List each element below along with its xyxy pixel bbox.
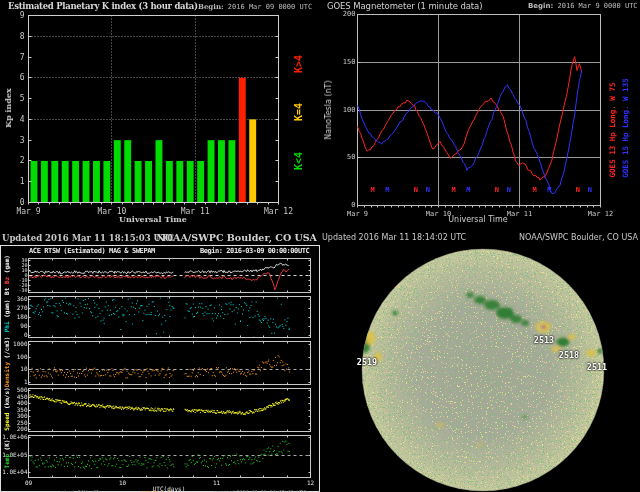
- ace-temp-unit-label: (K): [3, 440, 10, 454]
- ace-bt-label: Bt: [3, 288, 10, 295]
- kp-org-text: NOAA/SWPC Boulder, CO USA: [156, 233, 317, 243]
- sunspot-region-label-2519: 2519: [357, 357, 377, 367]
- ace-rtsw-chart-canvas: [0, 245, 320, 492]
- kp-y-axis-label: Kp index: [4, 88, 12, 128]
- ace-phi-unit-label: (gam): [3, 300, 10, 322]
- goes-magnetometer-chart-canvas: [320, 0, 640, 247]
- goes-updated-text: Updated 2016 Mar 11 18:14:02 UTC: [322, 234, 466, 242]
- space-weather-dashboard: Estimated Planetary K index (3 hour data…: [0, 0, 640, 492]
- ace-chart-title: ACE RTSW (Estimated) MAG & SWEPAM: [29, 248, 155, 255]
- goes13-legend-label: GOES 13 Hp Long. W 75: [609, 83, 617, 178]
- ace-phi-axis-label: Phi (gam): [4, 300, 10, 333]
- ace-speed-label: Speed: [3, 413, 10, 431]
- ace-begin: Begin: 2016-03-09 00:00:00UTC: [200, 248, 309, 255]
- kp-legend-item-high: K>4: [294, 55, 304, 73]
- goes-begin: Begin: 2016 Mar 9 0000 UTC: [528, 3, 638, 10]
- ace-speed-axis-label: Speed (km/s): [4, 387, 10, 430]
- goes-begin-label: Begin:: [528, 2, 553, 10]
- sunspot-region-label-2513: 2513: [534, 335, 554, 345]
- ace-temp-label: Temp: [3, 454, 10, 468]
- kp-index-panel: Estimated Planetary K index (3 hour data…: [0, 0, 320, 247]
- ace-temp-axis-label: Temp (K): [4, 440, 10, 469]
- ace-density-label: Density: [3, 362, 10, 387]
- kp-x-axis-label: Universal Time: [119, 215, 187, 223]
- kp-begin-value: 2016 Mar 09 0000 UTC: [228, 3, 312, 11]
- kp-begin-label: Begin:: [198, 2, 224, 11]
- ace-density-unit-label: (/cm3): [3, 337, 10, 362]
- solar-magnetogram-panel: 2519 2513 2518 2511: [320, 245, 640, 492]
- sunspot-region-label-2511: 2511: [587, 362, 607, 372]
- goes-magnetometer-panel: GOES Magnetometer (1 minute data) Begin:…: [320, 0, 640, 247]
- kp-index-chart-canvas: [0, 0, 320, 247]
- ace-bt-bz-axis-label: Bt Bz (gam): [4, 255, 10, 295]
- ace-gam-unit-label: (gam): [3, 255, 10, 277]
- goes-org-text: NOAA/SWPC Boulder, CO USA: [519, 234, 638, 242]
- kp-chart-title: Estimated Planetary K index (3 hour data…: [8, 2, 198, 11]
- kp-updated-text: Updated 2016 Mar 11 18:15:03 UTC: [2, 234, 174, 243]
- ace-phi-label: Phi: [3, 321, 10, 332]
- kp-begin: Begin: 2016 Mar 09 0000 UTC: [198, 3, 312, 11]
- ace-speed-unit-label: (km/s): [3, 387, 10, 412]
- kp-legend-item-low: K<4: [294, 152, 304, 170]
- kp-legend-item-mid: K=4: [294, 103, 304, 121]
- goes-chart-title: GOES Magnetometer (1 minute data): [327, 2, 482, 11]
- ace-rtsw-panel: ACE RTSW (Estimated) MAG & SWEPAM Begin:…: [0, 245, 320, 492]
- sunspot-region-label-2518: 2518: [559, 350, 579, 360]
- ace-density-axis-label: Density (/cm3): [4, 337, 10, 388]
- goes15-legend-label: GOES 15 Hp Long. W 135: [622, 78, 630, 177]
- goes-begin-value: 2016 Mar 9 0000 UTC: [558, 2, 638, 10]
- ace-bz-label: Bz: [3, 277, 10, 288]
- ace-begin-label: Begin:: [200, 247, 223, 255]
- goes-x-axis-label: Universal Time: [448, 216, 508, 224]
- ace-begin-value: 2016-03-09 00:00:00UTC: [226, 247, 309, 255]
- goes-y-axis-label: NanoTesla (nT): [325, 80, 333, 139]
